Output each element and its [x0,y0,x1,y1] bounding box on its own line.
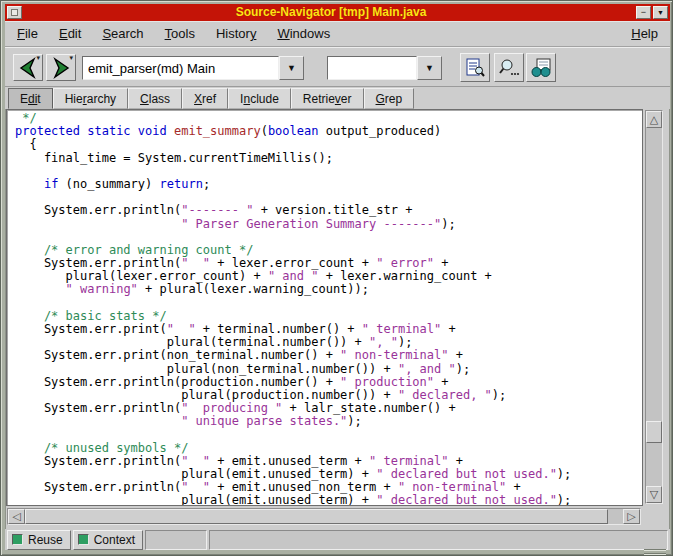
statusbar: Reuse Context [5,529,670,550]
tabbar: EditHierarchyClassXrefIncludeRetrieverGr… [5,87,670,109]
scroll-down-button[interactable]: ▽ [646,486,662,503]
status-panel-message [209,530,668,550]
tab-include[interactable]: Include [228,88,291,109]
chevron-down-icon: ▼ [287,63,296,73]
navigate-forward-button[interactable]: ▾ [46,54,76,81]
open-editor-button[interactable] [460,53,490,82]
toolbar: ▾ ▾ ▼ ▼ [5,47,670,87]
source-navigator-window: Source-Navigator [tmp] Main.java − ▼ Fil… [0,0,673,556]
context-indicator-icon [78,534,89,545]
window-icon [11,9,18,16]
magnifier-ellipsis-icon [497,57,521,79]
window-title: Source-Navigator [tmp] Main.java [26,4,636,21]
navigate-back-button[interactable]: ▾ [13,54,43,81]
resize-grip[interactable] [644,549,666,554]
status-panel-left [145,530,207,550]
back-history-dropdown-icon[interactable]: ▾ [36,54,40,62]
tab-xref[interactable]: Xref [182,88,228,109]
context-toggle-button[interactable]: Context [73,530,143,550]
minimize-icon: − [641,8,646,17]
maximize-button[interactable]: ▼ [653,6,668,19]
tab-hierarchy[interactable]: Hierarchy [53,88,128,109]
menu-search[interactable]: Search [102,26,143,41]
search-files-button[interactable] [494,53,524,82]
tab-grep[interactable]: Grep [364,88,415,109]
menu-tools[interactable]: Tools [165,26,195,41]
vertical-scroll-thumb[interactable] [646,421,662,443]
tab-class[interactable]: Class [128,88,182,109]
menu-history[interactable]: History [216,26,256,41]
context-label: Context [94,533,135,547]
search-combo-input[interactable] [327,56,417,80]
window-menu-button[interactable] [7,6,22,19]
scroll-right-button[interactable]: ▷ [623,509,640,524]
horizontal-scroll-thumb[interactable] [25,509,608,524]
reuse-indicator-icon [12,534,23,545]
scroll-left-icon: ◁ [12,511,20,522]
symbol-combo-input[interactable] [82,56,279,80]
menu-windows[interactable]: Windows [277,26,330,41]
menubar: FileEditSearchToolsHistoryWindows Help [5,21,670,47]
cross-reference-button[interactable] [526,53,556,82]
horizontal-scrollbar[interactable]: ◁ ▷ [7,508,641,525]
chevron-down-icon: ▼ [425,63,434,73]
search-combo-dropdown-button[interactable]: ▼ [417,56,442,80]
code-text: */protected static void emit_summary(boo… [15,112,571,506]
forward-history-dropdown-icon[interactable]: ▾ [69,54,73,62]
reuse-label: Reuse [28,533,63,547]
document-magnifier-icon [463,57,487,79]
scroll-right-icon: ▷ [627,511,635,522]
reuse-toggle-button[interactable]: Reuse [7,530,71,550]
tab-retriever[interactable]: Retriever [291,88,364,109]
scroll-down-icon: ▽ [650,489,658,500]
maximize-icon: ▼ [657,8,664,17]
scroll-up-button[interactable]: △ [646,111,662,128]
scroll-left-button[interactable]: ◁ [8,509,25,524]
menu-file[interactable]: File [17,26,38,41]
menu-edit[interactable]: Edit [59,26,81,41]
symbol-combo-dropdown-button[interactable]: ▼ [279,56,304,80]
tab-edit[interactable]: Edit [8,88,53,109]
vertical-scrollbar[interactable]: △ ▽ [645,110,663,504]
scroll-up-icon: △ [650,114,658,125]
code-editor[interactable]: */protected static void emit_summary(boo… [6,109,643,506]
titlebar[interactable]: Source-Navigator [tmp] Main.java − ▼ [5,4,670,21]
binoculars-document-icon [529,57,553,79]
minimize-button[interactable]: − [636,6,651,19]
menu-help[interactable]: Help [631,26,658,41]
menubar-items: FileEditSearchToolsHistoryWindows [17,26,631,41]
